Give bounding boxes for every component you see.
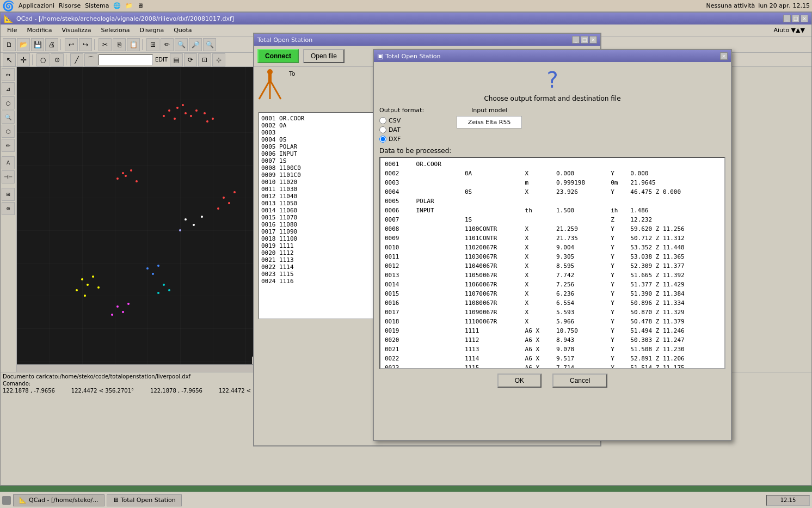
svg-point-35 xyxy=(201,216,203,218)
tos-bg-max[interactable]: □ xyxy=(581,36,588,44)
toolbar-save[interactable]: 💾 xyxy=(31,38,44,51)
csv-label: CSV xyxy=(389,117,401,124)
tool-line[interactable]: ╱ xyxy=(70,53,83,66)
layer-select[interactable] xyxy=(99,54,153,65)
taskbar-qcad[interactable]: 📐 QCad - [/home/steko/... xyxy=(13,494,104,506)
table-cell: 11100067R xyxy=(463,317,522,326)
left-tool-move[interactable]: ↔ xyxy=(2,68,15,81)
menu-quota[interactable]: Quota xyxy=(169,26,196,35)
table-cell: Y xyxy=(608,243,627,252)
table-cell xyxy=(414,243,461,252)
toolbar-open[interactable]: 📂 xyxy=(17,38,30,51)
app-menu-applicazioni[interactable]: Applicazioni xyxy=(19,2,54,9)
input-model-label: Input model xyxy=(457,107,522,114)
menu-file[interactable]: File xyxy=(3,26,21,35)
table-cell: Y xyxy=(608,308,627,316)
left-tool-zoom[interactable]: 🔍 xyxy=(2,111,15,124)
svg-point-40 xyxy=(233,191,236,193)
minimize-btn[interactable]: _ xyxy=(783,15,791,22)
left-grid[interactable]: ⊞ xyxy=(2,188,15,201)
ok-button[interactable]: OK xyxy=(497,374,542,388)
toolbar-grid[interactable]: ⊞ xyxy=(146,38,159,51)
table-cell: A6 X xyxy=(523,354,553,363)
toolbar-new[interactable]: 🗋 xyxy=(3,38,16,51)
app-menu-risorse[interactable]: Risorse xyxy=(59,2,81,9)
toolbar-zoom-window[interactable]: 🔍 xyxy=(175,38,188,51)
maximize-btn[interactable]: □ xyxy=(792,15,799,22)
menu-aiuto[interactable]: Aiuto ▼▲▼ xyxy=(770,26,809,35)
left-tool-circle[interactable]: ○ xyxy=(2,96,15,109)
coords-1: 122.1878 , -7.9656 xyxy=(3,388,55,394)
table-cell: X xyxy=(523,188,553,196)
table-cell xyxy=(414,364,461,369)
app-menu-sistema[interactable]: Sistema xyxy=(85,2,109,9)
table-cell: X xyxy=(523,271,553,279)
open-file-button[interactable]: Open file xyxy=(303,49,345,63)
dat-radio[interactable] xyxy=(379,126,386,133)
table-cell: Y xyxy=(608,280,627,289)
left-text[interactable]: A xyxy=(2,156,15,169)
taskbar-tos[interactable]: 🖥 Total Open Station xyxy=(107,494,182,506)
table-cell: 1111 xyxy=(463,327,522,335)
table-cell: 11020067R xyxy=(463,243,522,252)
tool-select-cross[interactable]: ✛ xyxy=(17,53,30,66)
tool-edit-2[interactable]: ⊡ xyxy=(198,53,211,66)
dxf-option[interactable]: DXF xyxy=(379,136,424,143)
left-dim[interactable]: ⊣⊢ xyxy=(2,170,15,183)
close-btn[interactable]: × xyxy=(801,15,808,22)
cad-canvas[interactable] xyxy=(17,67,267,372)
toolbar-undo[interactable]: ↩ xyxy=(65,38,78,51)
table-row: 00221114A6 X9.517Y52.891 Z 11.206 xyxy=(383,354,722,363)
data-table-container[interactable]: 0001OR.COOR00020AX0.000Y0.0000003m0.9991… xyxy=(379,157,725,369)
table-row: 0005POLAR xyxy=(383,197,722,205)
menu-modifica[interactable]: Modifica xyxy=(22,26,56,35)
table-cell: 1101CONTR xyxy=(463,234,522,242)
tos-bg-close[interactable]: × xyxy=(589,36,597,44)
table-cell: 0016 xyxy=(383,299,413,307)
toolbar-copy[interactable]: ⎘ xyxy=(113,38,126,51)
table-cell: 11030067R xyxy=(463,253,522,261)
table-cell: 9.078 xyxy=(554,345,607,353)
tool-rotate[interactable]: ⟳ xyxy=(184,53,197,66)
left-snap[interactable]: ⊕ xyxy=(2,202,15,215)
table-cell xyxy=(414,179,461,187)
tool-select-mouse[interactable]: ↖ xyxy=(3,53,16,66)
table-cell xyxy=(414,216,461,224)
cancel-button[interactable]: Cancel xyxy=(552,374,607,388)
csv-option[interactable]: CSV xyxy=(379,117,424,124)
cad-hscrollbar[interactable] xyxy=(17,364,260,372)
table-cell: 11070067R xyxy=(463,290,522,298)
tos-bg-min[interactable]: _ xyxy=(572,36,580,44)
connect-button[interactable]: Connect xyxy=(257,49,299,63)
left-tool-measure[interactable]: ⊿ xyxy=(2,82,15,95)
dxf-radio[interactable] xyxy=(379,136,386,143)
tool-arc[interactable]: ⌒ xyxy=(84,53,97,66)
tos-dialog-titlebar: ▣ Total Open Station × xyxy=(374,50,731,62)
menu-visualizza[interactable]: Visualizza xyxy=(57,26,95,35)
toolbar-print[interactable]: 🖨 xyxy=(45,38,58,51)
left-tool-freehand[interactable]: ✏ xyxy=(2,139,15,152)
svg-rect-0 xyxy=(17,67,267,372)
tool-lasso[interactable]: ⊹ xyxy=(212,53,225,66)
distro-icon[interactable]: 🌀 xyxy=(2,0,14,11)
left-tool-poly[interactable]: ⬡ xyxy=(2,125,15,138)
toolbar-cut[interactable]: ✂ xyxy=(99,38,112,51)
qcad-titlebar: 📐 QCad - [/home/steko/archeologia/vignal… xyxy=(1,13,811,25)
dat-option[interactable]: DAT xyxy=(379,126,424,133)
toolbar-zoom-in[interactable]: 🔎 xyxy=(189,38,202,51)
tool-edit-1[interactable]: ▤ xyxy=(170,53,183,66)
menu-seleziona[interactable]: Seleziona xyxy=(97,26,134,35)
svg-point-39 xyxy=(217,207,219,210)
tos-dialog-icon: ▣ xyxy=(377,52,383,60)
csv-radio[interactable] xyxy=(379,117,386,124)
toolbar-paste[interactable]: 📋 xyxy=(127,38,140,51)
tool-circle[interactable]: ○ xyxy=(36,53,50,66)
toolbar-redo[interactable]: ↪ xyxy=(79,38,92,51)
menu-disegna[interactable]: Disegna xyxy=(135,26,168,35)
toolbar-draw[interactable]: ✏ xyxy=(161,38,174,51)
tos-dialog-close-btn[interactable]: × xyxy=(720,52,728,60)
table-cell: 11050067R xyxy=(463,271,522,279)
tool-zoom-circle[interactable]: ⊙ xyxy=(51,53,64,66)
format-left: Output format: CSV DAT DXF xyxy=(379,107,424,143)
toolbar-zoom-out[interactable]: 🔍 xyxy=(203,38,216,51)
